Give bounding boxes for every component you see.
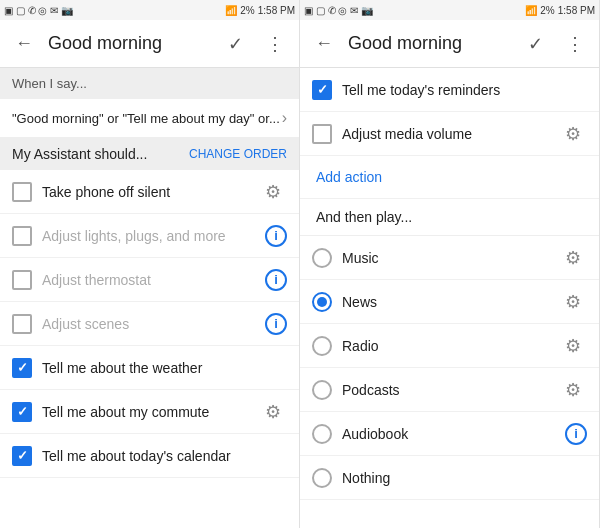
radio-radio[interactable] xyxy=(312,336,332,356)
assistant-section-title: My Assistant should... xyxy=(12,146,147,162)
wifi-icon: 📶 xyxy=(225,5,237,16)
list-item: Tell me today's reminders xyxy=(300,68,599,112)
info-icon-thermostat[interactable]: i xyxy=(265,269,287,291)
list-item: Adjust scenesi xyxy=(0,302,299,346)
label-phone-silent: Take phone off silent xyxy=(32,184,259,200)
add-action-button[interactable]: Add action xyxy=(316,169,382,185)
label-radio: Radio xyxy=(332,338,559,354)
label-scenes: Adjust scenes xyxy=(32,316,265,332)
gear-icon-podcasts[interactable]: ⚙ xyxy=(559,379,587,401)
back-button-right[interactable]: ← xyxy=(308,28,340,60)
gear-icon-music[interactable]: ⚙ xyxy=(559,247,587,269)
content-right: Tell me today's remindersAdjust media vo… xyxy=(300,68,599,528)
battery-text: 2% xyxy=(240,5,254,16)
change-order-button[interactable]: CHANGE ORDER xyxy=(189,147,287,161)
label-news: News xyxy=(332,294,559,310)
list-item: Radio⚙ xyxy=(300,324,599,368)
list-item: Adjust media volume⚙ xyxy=(300,112,599,156)
status-icons-r: ▣ ▢ ✆ ◎ ✉ 📷 xyxy=(304,5,373,16)
radio-podcasts[interactable] xyxy=(312,380,332,400)
checkbox-scenes[interactable] xyxy=(12,314,32,334)
page-title-left: Good morning xyxy=(48,33,211,54)
radio-nothing[interactable] xyxy=(312,468,332,488)
radio-audiobook[interactable] xyxy=(312,424,332,444)
play-header: And then play... xyxy=(300,199,599,236)
label-lights: Adjust lights, plugs, and more xyxy=(32,228,265,244)
top-actions-list: Tell me today's remindersAdjust media vo… xyxy=(300,68,599,156)
checkbox-media-volume[interactable] xyxy=(312,124,332,144)
label-audiobook: Audiobook xyxy=(332,426,565,442)
checkbox-calendar[interactable] xyxy=(12,446,32,466)
status-bar-left: ▣ ▢ ✆ ◎ ✉ 📷 📶 2% 1:58 PM xyxy=(0,0,299,20)
chevron-icon: › xyxy=(282,109,287,127)
status-right-left: ▣ ▢ ✆ ◎ ✉ 📷 xyxy=(304,5,373,16)
list-item: News⚙ xyxy=(300,280,599,324)
label-weather: Tell me about the weather xyxy=(32,360,287,376)
label-calendar: Tell me about today's calendar xyxy=(32,448,287,464)
list-item: Music⚙ xyxy=(300,236,599,280)
list-item: Take phone off silent⚙ xyxy=(0,170,299,214)
checkbox-phone-silent[interactable] xyxy=(12,182,32,202)
list-item: Tell me about today's calendar xyxy=(0,434,299,478)
time-right: 1:58 PM xyxy=(558,5,595,16)
gear-icon-phone-silent[interactable]: ⚙ xyxy=(259,181,287,203)
list-item: Adjust thermostati xyxy=(0,258,299,302)
play-items-list: Music⚙News⚙Radio⚙Podcasts⚙AudiobookiNoth… xyxy=(300,236,599,500)
top-bar-left: ← Good morning ✓ ⋮ xyxy=(0,20,299,68)
list-item: Audiobooki xyxy=(300,412,599,456)
label-thermostat: Adjust thermostat xyxy=(32,272,265,288)
info-icon-audiobook[interactable]: i xyxy=(565,423,587,445)
checkbox-commute[interactable] xyxy=(12,402,32,422)
time-left: 1:58 PM xyxy=(258,5,295,16)
content-left: When I say... "Good morning" or "Tell me… xyxy=(0,68,299,528)
when-section-header: When I say... xyxy=(0,68,299,99)
panel-left: ▣ ▢ ✆ ◎ ✉ 📷 📶 2% 1:58 PM ← Good morning … xyxy=(0,0,300,528)
gear-icon-media-volume[interactable]: ⚙ xyxy=(559,123,587,145)
list-item: Tell me about my commute⚙ xyxy=(0,390,299,434)
radio-music[interactable] xyxy=(312,248,332,268)
info-icon-lights[interactable]: i xyxy=(265,225,287,247)
gear-icon-news[interactable]: ⚙ xyxy=(559,291,587,313)
gear-icon-commute[interactable]: ⚙ xyxy=(259,401,287,423)
battery-text-r: 2% xyxy=(540,5,554,16)
top-bar-right: ← Good morning ✓ ⋮ xyxy=(300,20,599,68)
back-button-left[interactable]: ← xyxy=(8,28,40,60)
add-action-row[interactable]: Add action xyxy=(300,156,599,199)
trigger-text: "Good morning" or "Tell me about my day"… xyxy=(12,111,282,126)
label-reminders: Tell me today's reminders xyxy=(332,82,587,98)
status-right: 📶 2% 1:58 PM xyxy=(225,5,295,16)
trigger-phrase-row[interactable]: "Good morning" or "Tell me about my day"… xyxy=(0,99,299,138)
info-icon-scenes[interactable]: i xyxy=(265,313,287,335)
assistant-section-header: My Assistant should... CHANGE ORDER xyxy=(0,138,299,170)
label-music: Music xyxy=(332,250,559,266)
status-right-right: 📶 2% 1:58 PM xyxy=(525,5,595,16)
list-item: Nothing xyxy=(300,456,599,500)
label-commute: Tell me about my commute xyxy=(32,404,259,420)
checkbox-reminders[interactable] xyxy=(312,80,332,100)
actions-list: Take phone off silent⚙Adjust lights, plu… xyxy=(0,170,299,478)
gear-icon-radio[interactable]: ⚙ xyxy=(559,335,587,357)
more-button-right[interactable]: ⋮ xyxy=(559,28,591,60)
confirm-button-right[interactable]: ✓ xyxy=(519,28,551,60)
list-item: Podcasts⚙ xyxy=(300,368,599,412)
checkbox-lights[interactable] xyxy=(12,226,32,246)
list-item: Tell me about the weather xyxy=(0,346,299,390)
status-left: ▣ ▢ ✆ ◎ ✉ 📷 xyxy=(4,5,73,16)
label-media-volume: Adjust media volume xyxy=(332,126,559,142)
wifi-icon-r: 📶 xyxy=(525,5,537,16)
more-button-left[interactable]: ⋮ xyxy=(259,28,291,60)
label-nothing: Nothing xyxy=(332,470,587,486)
label-podcasts: Podcasts xyxy=(332,382,559,398)
confirm-button-left[interactable]: ✓ xyxy=(219,28,251,60)
page-title-right: Good morning xyxy=(348,33,511,54)
panel-right: ▣ ▢ ✆ ◎ ✉ 📷 📶 2% 1:58 PM ← Good morning … xyxy=(300,0,600,528)
status-bar-right: ▣ ▢ ✆ ◎ ✉ 📷 📶 2% 1:58 PM xyxy=(300,0,599,20)
checkbox-weather[interactable] xyxy=(12,358,32,378)
checkbox-thermostat[interactable] xyxy=(12,270,32,290)
status-icons: ▣ ▢ ✆ ◎ ✉ 📷 xyxy=(4,5,73,16)
list-item: Adjust lights, plugs, and morei xyxy=(0,214,299,258)
radio-news[interactable] xyxy=(312,292,332,312)
